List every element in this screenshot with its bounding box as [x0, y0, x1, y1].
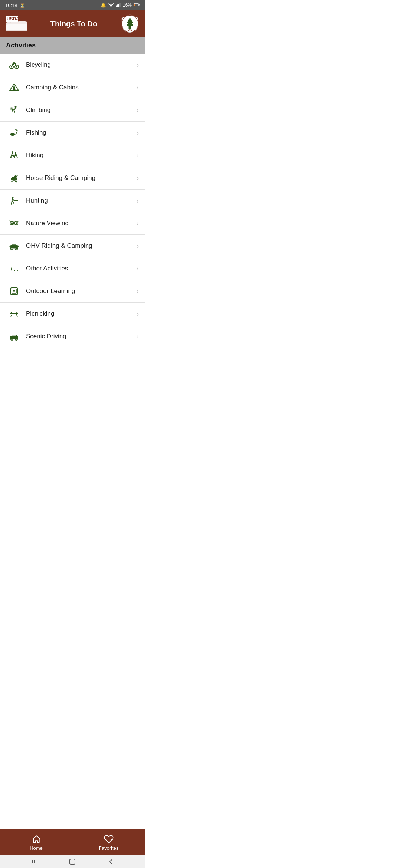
- svg-line-38: [16, 181, 17, 182]
- list-item[interactable]: Climbing ›: [0, 99, 145, 122]
- status-icons-area: 🔔 16% ⚡: [101, 3, 140, 8]
- svg-rect-3: [119, 3, 120, 7]
- svg-point-28: [12, 134, 12, 134]
- activities-section-header: Activities: [0, 37, 145, 54]
- chevron-right-icon: ›: [137, 84, 139, 92]
- svg-rect-63: [12, 312, 12, 315]
- climbing-icon: [6, 105, 22, 115]
- tent-icon: [6, 82, 22, 93]
- status-time: 10:18: [5, 3, 17, 8]
- list-item[interactable]: Camping & Cabins ›: [0, 76, 145, 99]
- activity-label: Hiking: [22, 152, 134, 159]
- activities-content: Bicycling › Camping & Cabins ›: [0, 54, 145, 387]
- svg-line-68: [17, 315, 17, 317]
- chevron-right-icon: ›: [137, 265, 139, 273]
- list-item[interactable]: Scenic Driving ›: [0, 325, 145, 348]
- list-item[interactable]: Hunting ›: [0, 190, 145, 212]
- svg-rect-0: [116, 5, 117, 7]
- svg-point-21: [13, 62, 15, 63]
- ohv-icon: [6, 241, 22, 251]
- svg-text:⚡: ⚡: [134, 4, 136, 6]
- chevron-right-icon: ›: [137, 106, 139, 114]
- svg-line-67: [11, 315, 12, 317]
- activity-label: Other Activities: [22, 265, 134, 272]
- bicycle-icon: [6, 60, 22, 70]
- svg-rect-7: [139, 4, 140, 5]
- list-item[interactable]: Bicycling ›: [0, 54, 145, 76]
- fishing-icon: [6, 128, 22, 138]
- svg-point-53: [16, 248, 17, 249]
- other-activities-icon: (...): [6, 263, 22, 274]
- activity-label: Picnicking: [22, 310, 134, 318]
- activity-label: Nature Viewing: [22, 220, 134, 227]
- list-item[interactable]: Picnicking ›: [0, 303, 145, 325]
- svg-point-76: [16, 339, 17, 340]
- activity-label: Bicycling: [22, 61, 134, 69]
- page-title: Things To Do: [27, 20, 120, 28]
- hiking-icon: [6, 150, 22, 161]
- svg-line-36: [13, 181, 13, 182]
- chevron-right-icon: ›: [137, 174, 139, 182]
- chevron-right-icon: ›: [137, 333, 139, 341]
- alarm-icon: 🔔: [101, 3, 106, 8]
- svg-rect-71: [12, 335, 14, 336]
- svg-text:(...): (...): [10, 266, 19, 272]
- svg-rect-26: [10, 107, 13, 110]
- svg-line-48: [18, 221, 19, 221]
- usda-logo: USDA: [5, 14, 27, 33]
- hourglass-icon: ⏳: [19, 3, 25, 8]
- chevron-right-icon: ›: [137, 287, 139, 295]
- horse-riding-icon: [6, 173, 22, 183]
- svg-rect-4: [121, 3, 121, 7]
- section-label: Activities: [6, 42, 36, 49]
- list-item[interactable]: (...) Other Activities ›: [0, 257, 145, 280]
- activity-label: Horse Riding & Camping: [22, 174, 134, 182]
- list-item[interactable]: Hiking ›: [0, 144, 145, 167]
- activity-label: Fishing: [22, 129, 134, 137]
- svg-point-52: [12, 248, 13, 249]
- svg-point-39: [13, 177, 14, 179]
- battery-level: 16%: [123, 3, 132, 8]
- svg-rect-62: [10, 313, 18, 314]
- chevron-right-icon: ›: [137, 152, 139, 160]
- list-item[interactable]: Horse Riding & Camping ›: [0, 167, 145, 190]
- list-item[interactable]: Nature Viewing ›: [0, 212, 145, 235]
- svg-rect-1: [117, 4, 118, 7]
- svg-point-60: [13, 290, 15, 292]
- app-header: USDA Things To Do U·S: [0, 10, 145, 37]
- activity-list: Bicycling › Camping & Cabins ›: [0, 54, 145, 348]
- scenic-driving-icon: [6, 331, 22, 342]
- svg-text:USDA: USDA: [7, 16, 19, 22]
- signal-icon: [116, 3, 121, 8]
- chevron-right-icon: ›: [137, 61, 139, 69]
- activity-label: Hunting: [22, 197, 134, 204]
- svg-point-74: [12, 339, 13, 340]
- wifi-icon: [108, 3, 114, 8]
- list-item[interactable]: Fishing ›: [0, 122, 145, 144]
- status-time-area: 10:18 ⏳: [5, 3, 25, 8]
- picnicking-icon: [6, 309, 22, 319]
- activity-label: Scenic Driving: [22, 333, 134, 340]
- svg-rect-54: [12, 244, 16, 246]
- battery-icon: ⚡: [134, 3, 140, 8]
- chevron-right-icon: ›: [137, 242, 139, 250]
- svg-line-22: [15, 63, 16, 63]
- activity-label: Outdoor Learning: [22, 287, 134, 295]
- hunting-icon: [6, 195, 22, 206]
- svg-text:U·S: U·S: [128, 28, 133, 32]
- forest-service-badge: U·S: [120, 14, 140, 33]
- chevron-right-icon: ›: [137, 197, 139, 205]
- status-bar: 10:18 ⏳ 🔔 16% ⚡: [0, 0, 145, 10]
- activity-label: Camping & Cabins: [22, 84, 134, 91]
- chevron-right-icon: ›: [137, 129, 139, 137]
- svg-rect-2: [118, 4, 119, 7]
- svg-line-47: [9, 221, 10, 221]
- svg-line-56: [18, 245, 19, 247]
- svg-line-55: [10, 245, 10, 247]
- list-item[interactable]: OHV Riding & Camping ›: [0, 235, 145, 257]
- nature-viewing-icon: [6, 218, 22, 228]
- activity-label: Climbing: [22, 106, 134, 114]
- list-item[interactable]: Outdoor Learning ›: [0, 280, 145, 303]
- svg-rect-64: [16, 312, 17, 315]
- svg-line-35: [12, 181, 12, 182]
